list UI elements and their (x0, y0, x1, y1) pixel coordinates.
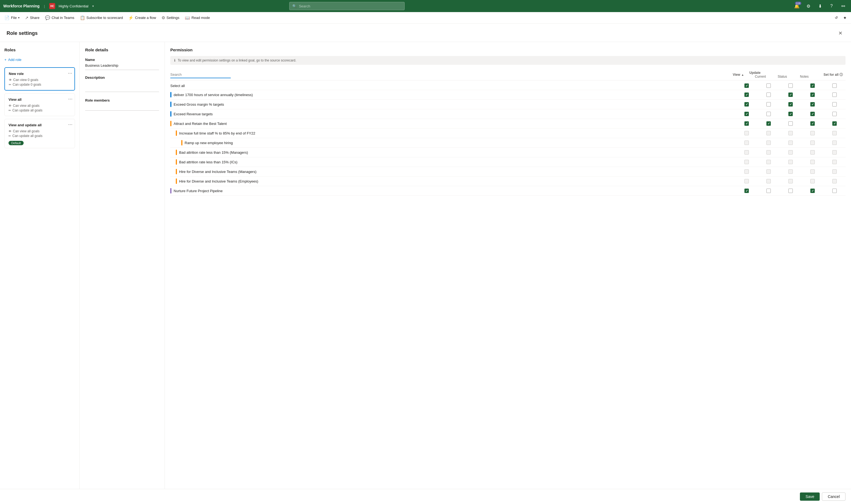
help-button[interactable]: ? (827, 1, 836, 11)
role-card-more-button[interactable]: ⋯ (68, 71, 72, 76)
dropdown-chevron-icon[interactable]: ▾ (92, 4, 94, 8)
connections-button[interactable]: ⚯ (838, 1, 848, 11)
view-checkbox[interactable] (744, 112, 749, 116)
share-button[interactable]: ↗ Share (23, 14, 42, 22)
current-cell (758, 160, 780, 164)
role-card-view-update-all[interactable]: ⋯ View and update all 👁 Can view all goa… (4, 119, 75, 148)
set-for-all-checkbox[interactable] (832, 92, 837, 97)
permission-search-input[interactable] (170, 71, 231, 78)
goal-name-text: Bad attrition rate less than 15% (Manage… (179, 150, 248, 155)
goal-stripe-indicator (176, 150, 177, 155)
favorite-button[interactable]: ★ (841, 14, 849, 22)
status-checkbox (788, 169, 793, 174)
view-checkbox[interactable] (744, 121, 749, 126)
save-button[interactable]: Save (800, 492, 820, 501)
members-field-input[interactable] (85, 104, 159, 111)
set-for-all-cell (823, 160, 846, 164)
notification-button[interactable]: 🔔 119 (792, 1, 802, 11)
status-checkbox[interactable] (788, 92, 793, 97)
notes-cell (802, 141, 823, 145)
goal-name-text: Increase full time staff % to 85% by end… (179, 131, 255, 135)
goal-name-cell: Nurture Future Project Pipeline (170, 188, 736, 194)
current-checkbox[interactable] (766, 92, 771, 97)
role-card-title: New role (9, 72, 71, 76)
view-checkbox[interactable] (744, 84, 749, 88)
notes-checkbox[interactable] (810, 92, 815, 97)
members-field-label: Role members (85, 98, 159, 102)
set-for-all-checkbox[interactable] (832, 188, 837, 193)
notes-checkbox (810, 150, 815, 155)
create-flow-label: Create a flow (135, 16, 156, 20)
download-button[interactable]: ⬇ (815, 1, 824, 11)
status-checkbox[interactable] (788, 112, 793, 116)
confidential-logo: HC (49, 3, 55, 9)
status-cell (780, 92, 802, 97)
notes-cell (802, 121, 823, 126)
notes-checkbox[interactable] (810, 121, 815, 126)
current-checkbox[interactable] (766, 121, 771, 126)
settings-menu-button[interactable]: ⚙ Settings (159, 14, 181, 22)
set-for-all-checkbox[interactable] (832, 121, 837, 126)
status-checkbox (788, 141, 793, 145)
role-update-label: Can update 0 goals (13, 83, 41, 87)
role-details-panel: Role details Name Business Leadership De… (80, 42, 165, 504)
role-view-label: Can view all goals (13, 129, 39, 133)
current-cell (758, 141, 780, 145)
set-for-all-checkbox[interactable] (832, 84, 837, 88)
role-card-view-all[interactable]: ⋯ View all 👁 Can view all goals ✏ Can up… (4, 93, 75, 116)
view-checkbox[interactable] (744, 102, 749, 107)
current-checkbox[interactable] (766, 102, 771, 107)
subscribe-button[interactable]: 📋 Subscribe to scorecard (78, 14, 125, 22)
read-mode-button[interactable]: 📖 Read mode (183, 14, 212, 22)
current-cell (758, 102, 780, 107)
current-checkbox[interactable] (766, 188, 771, 193)
set-for-all-checkbox[interactable] (832, 102, 837, 107)
view-checkbox[interactable] (744, 92, 749, 97)
notes-checkbox[interactable] (810, 102, 815, 107)
current-cell (758, 179, 780, 183)
pencil-icon: ✏ (8, 134, 11, 138)
search-bar[interactable]: 🔍 (289, 2, 405, 10)
notes-checkbox[interactable] (810, 84, 815, 88)
notes-checkbox[interactable] (810, 112, 815, 116)
share-icon: ↗ (25, 15, 29, 20)
dialog-close-button[interactable]: ✕ (836, 29, 845, 37)
description-field-input[interactable] (85, 81, 159, 92)
set-for-all-cell (823, 92, 846, 97)
current-checkbox[interactable] (766, 84, 771, 88)
set-for-all-checkbox (832, 160, 837, 164)
notes-checkbox[interactable] (810, 188, 815, 193)
table-row: Hire for Diverse and Inclusive Teams (Em… (170, 177, 846, 186)
table-row: Bad attrition rate less than 15% (Manage… (170, 148, 846, 157)
goal-name-text: Bad attrition rate less than 15% (ICs) (179, 160, 237, 164)
status-checkbox[interactable] (788, 84, 793, 88)
view-column-header: View ▲ (727, 73, 749, 77)
search-input[interactable] (299, 4, 402, 8)
role-card-more-button[interactable]: ⋯ (68, 96, 72, 102)
view-cell (736, 131, 758, 135)
goal-stripe-indicator (170, 92, 171, 97)
cancel-button[interactable]: Cancel (822, 492, 846, 501)
file-menu-button[interactable]: 📄 File ▾ (2, 14, 22, 22)
set-for-all-checkbox[interactable] (832, 112, 837, 116)
status-checkbox[interactable] (788, 188, 793, 193)
view-checkbox[interactable] (744, 188, 749, 193)
status-cell (780, 141, 802, 145)
status-checkbox[interactable] (788, 102, 793, 107)
notes-cell (802, 160, 823, 164)
refresh-button[interactable]: ↺ (833, 14, 840, 22)
role-card-new-role[interactable]: ⋯ New role 👁 Can view 0 goals ✏ Can upda… (4, 67, 75, 91)
create-flow-button[interactable]: ⚡ Create a flow (126, 14, 158, 22)
role-update-label: Can update all goals (12, 134, 42, 138)
settings-button[interactable]: ⚙ (804, 1, 813, 11)
settings-menu-icon: ⚙ (161, 15, 165, 20)
role-update-meta: ✏ Can update all goals (8, 134, 71, 138)
view-cell (736, 169, 758, 174)
add-role-button[interactable]: + Add role (4, 57, 21, 63)
role-card-more-button[interactable]: ⋯ (68, 122, 72, 127)
role-update-meta: ✏ Can update 0 goals (9, 83, 71, 87)
chat-teams-button[interactable]: 💬 Chat in Teams (43, 14, 77, 22)
goal-name-text: Nurture Future Project Pipeline (174, 189, 223, 193)
status-checkbox[interactable] (788, 121, 793, 126)
current-checkbox[interactable] (766, 112, 771, 116)
